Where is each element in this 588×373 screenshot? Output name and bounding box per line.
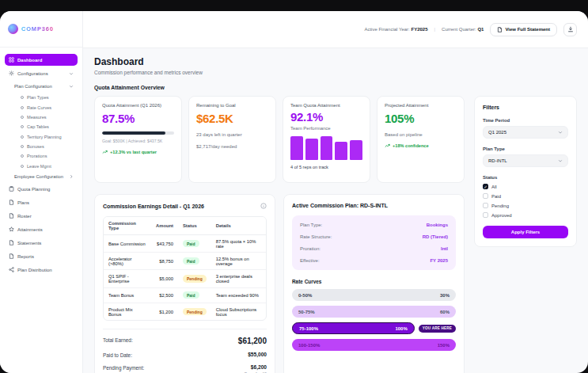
commission-earnings-panel: Commission Earnings Detail - Q1 2026 Com… [94, 194, 275, 373]
sidebar-group-plan-configuration[interactable]: Plan Configuration [5, 81, 78, 92]
bullet-icon [21, 106, 24, 109]
status-badge: Paid [183, 257, 199, 265]
page-title: Dashboard [94, 56, 577, 67]
sidebar-item-reports[interactable]: Reports [5, 250, 78, 262]
filters-panel: Filters Time Period Q1 2025 Plan Type RD… [474, 96, 577, 247]
star-icon [9, 226, 14, 232]
rate-curves-label: Rate Curves [292, 279, 456, 284]
status-checkbox-all[interactable]: ✓ All [483, 184, 568, 189]
pending-payment-row: Pending Payment: $6,200 Pays: Apr 15 [103, 364, 267, 373]
sidebar-item-plan-types[interactable]: Plan Types [5, 93, 78, 102]
col-amount: Amount [151, 217, 178, 235]
status-badge: Paid [183, 240, 199, 247]
bar [290, 136, 303, 160]
checkbox-icon [483, 203, 488, 208]
col-status: Status [178, 217, 211, 235]
sidebar-item-plans[interactable]: Plans [5, 196, 78, 208]
sidebar-group-employee-configuration[interactable]: Employee Configuration [5, 171, 78, 182]
sidebar-group-label: Plan Configuration [14, 84, 52, 89]
top-header: Active Financial Year: FY2025 | Current … [83, 11, 588, 48]
header-divider: | [434, 27, 435, 32]
plan-details-box: Plan Type: Bookings Rate Structure: RD (… [292, 215, 456, 270]
time-period-label: Time Period [483, 118, 568, 123]
bullet-icon [21, 125, 24, 128]
bullet-icon [21, 165, 24, 168]
chevron-down-icon [69, 71, 74, 76]
status-badge: Pending [183, 275, 207, 282]
main-content: Dashboard Commission performance and met… [83, 48, 588, 373]
sidebar-item-quota-planning[interactable]: Quota Planning [5, 183, 78, 195]
sidebar-item-label: Measures [27, 115, 47, 120]
total-earned-row: Total Earned: $61,200 [103, 337, 267, 345]
plan-type-select[interactable]: RD-INTL [483, 154, 568, 167]
bullet-icon [21, 135, 24, 139]
paid-to-date-row: Paid to Date: $55,000 [103, 352, 267, 358]
metric-label: Quota Attainment (Q1 2026) [102, 103, 174, 108]
grid-icon [9, 57, 14, 63]
metric-cards: Quota Attainment (Q1 2026) 87.5% Goal: $… [94, 96, 465, 183]
sidebar-item-label: Territory Planning [27, 135, 62, 139]
plan-detail-row: Effective: FY 2025 [300, 258, 448, 263]
col-commission-type: Commission Type [104, 217, 151, 235]
metric-value: $62.5K [196, 112, 268, 125]
table-row: Product Mix Bonus $1,200 Pending Cloud S… [104, 303, 266, 320]
reps-on-track-text: 4 of 5 reps on track [290, 165, 362, 169]
plan-title: Active Commission Plan: RD-S-INTL [292, 203, 456, 208]
sidebar-item-roster[interactable]: Roster [5, 210, 78, 222]
bullet-icon [21, 154, 24, 158]
progress-bar [102, 131, 174, 135]
sidebar-item-plan-distribution[interactable]: Plan Distribution [5, 264, 78, 276]
sidebar-item-label: Leave Mgmt [27, 164, 51, 169]
metric-value: 87.5% [102, 112, 174, 125]
sidebar-item-leave-mgmt[interactable]: Leave Mgmt [5, 162, 78, 171]
bar [321, 136, 333, 160]
chevron-right-icon [69, 174, 74, 179]
document-icon [9, 213, 14, 219]
daily-needed-text: $2,717/day needed [196, 144, 268, 149]
team-attainment-card: Team Quota Attainment 92.1% Team Perform… [283, 96, 370, 183]
quota-attainment-card: Quota Attainment (Q1 2026) 87.5% Goal: $… [94, 96, 182, 183]
sidebar-item-dashboard[interactable]: Dashboard [5, 54, 78, 66]
document-icon [9, 253, 14, 259]
table-row: Base Commission $43,750 Paid 87.5% quota… [104, 235, 266, 253]
sidebar-item-cap-tables[interactable]: Cap Tables [5, 122, 78, 131]
view-full-statement-button[interactable]: View Full Statement [490, 23, 557, 36]
status-checkbox-approved[interactable]: Approved [483, 212, 568, 218]
trend-up-icon [385, 143, 390, 148]
page-subtitle: Commission performance and metrics overv… [94, 70, 577, 75]
sidebar-item-configurations[interactable]: Configurations [5, 67, 78, 79]
earnings-totals: Total Earned: $61,200 Paid to Date: $55,… [103, 329, 267, 373]
status-checkbox-pending[interactable]: Pending [483, 203, 568, 208]
metric-value: 105% [385, 112, 457, 125]
info-icon[interactable] [260, 203, 267, 209]
rate-curve-tier-2: 50-75%60% [292, 306, 456, 318]
chevron-down-icon [558, 158, 563, 163]
sidebar-item-measures[interactable]: Measures [5, 112, 78, 122]
document-icon [9, 200, 14, 205]
bar [350, 140, 362, 161]
document-icon [9, 240, 14, 245]
logo-text: COMP360 [21, 25, 54, 32]
sidebar-item-territory-planning[interactable]: Territory Planning [5, 132, 78, 142]
sidebar-item-rate-curves[interactable]: Rate Curves [5, 102, 78, 112]
plan-detail-row: Proration: Intl [300, 246, 448, 251]
sidebar-nav: Dashboard Configurations Plan Configurat… [0, 48, 82, 284]
download-button[interactable] [563, 23, 577, 36]
sidebar-item-statements[interactable]: Statements [5, 237, 78, 249]
filters-title: Filters [483, 105, 568, 110]
bar [335, 142, 347, 160]
days-left-text: 23 days left in quarter [196, 132, 268, 137]
sidebar-item-attainments[interactable]: Attainments [5, 223, 78, 235]
sidebar-item-bonuses[interactable]: Bonuses [5, 142, 78, 151]
sidebar: COMP360 Dashboard Configurations Plan Co… [0, 11, 83, 373]
table-row: Team Bonus $2,500 Paid Team exceeded 90% [104, 288, 266, 303]
time-period-select[interactable]: Q1 2025 [483, 126, 568, 139]
checkbox-icon [483, 212, 488, 218]
metric-label: Team Quota Attainment [290, 103, 362, 108]
rate-curve-tier-1: 0-50%30% [292, 289, 456, 301]
sidebar-item-label: Quota Planning [17, 187, 50, 192]
apply-filters-button[interactable]: Apply Filters [483, 226, 568, 238]
bullet-icon [21, 116, 24, 119]
sidebar-item-prorations[interactable]: Prorations [5, 151, 78, 161]
status-checkbox-paid[interactable]: Paid [483, 193, 568, 199]
